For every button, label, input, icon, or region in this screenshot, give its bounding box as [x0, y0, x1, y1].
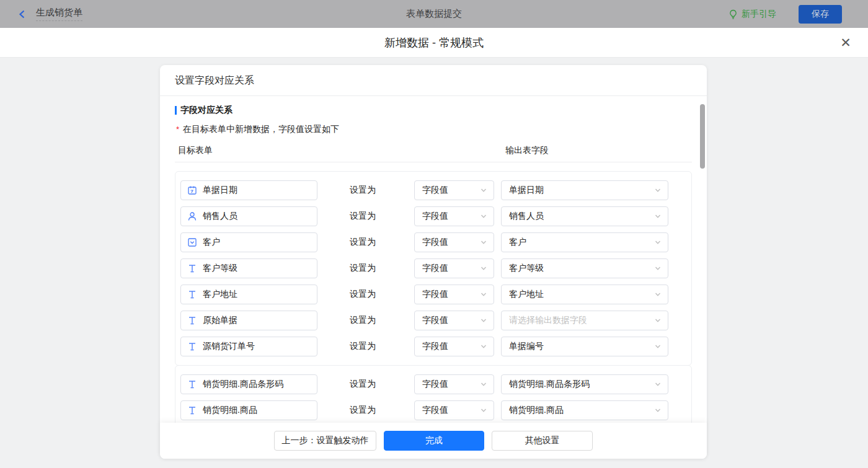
target-field: 客户地址	[180, 285, 317, 304]
user-icon	[187, 211, 197, 221]
target-field-label: 原始单据	[203, 315, 237, 326]
target-field: 销售人员	[180, 206, 317, 226]
panel-footer: 上一步：设置触发动作 完成 其他设置	[160, 423, 707, 459]
output-field-value: 单据日期	[509, 185, 544, 196]
target-field-label: 客户地址	[203, 289, 237, 300]
save-button[interactable]: 保存	[799, 5, 842, 24]
field-mapping-row: 客户 设置为 字段值 客户	[180, 232, 686, 252]
value-mode-value: 字段值	[422, 289, 448, 300]
chevron-down-icon	[654, 265, 662, 272]
set-as-label: 设置为	[350, 211, 376, 222]
chevron-down-icon	[480, 407, 487, 414]
chevron-down-icon	[480, 343, 487, 350]
value-mode-value: 字段值	[422, 379, 448, 390]
previous-step-button[interactable]: 上一步：设置触发动作	[274, 431, 376, 451]
other-settings-button[interactable]: 其他设置	[492, 431, 593, 451]
value-mode-value: 字段值	[422, 263, 448, 274]
text-icon	[187, 289, 197, 299]
beginner-guide-label: 新手引导	[742, 9, 776, 20]
value-mode-select[interactable]: 字段值	[414, 374, 494, 394]
target-field: 单据日期	[180, 180, 317, 200]
select-icon	[187, 237, 197, 247]
section-title: 字段对应关系	[180, 105, 232, 116]
beginner-guide-link[interactable]: 新手引导	[728, 9, 776, 20]
field-mapping-row: 单据日期 设置为 字段值 单据日期	[180, 180, 686, 200]
chevron-down-icon	[480, 317, 487, 324]
text-icon	[187, 342, 197, 351]
output-field-value: 销售人员	[509, 211, 544, 222]
output-field-value: 销货明细.商品	[509, 405, 564, 416]
column-header-target: 目标表单	[178, 145, 213, 156]
set-as-label: 设置为	[350, 379, 376, 390]
target-field: 销货明细.商品条形码	[180, 374, 317, 394]
done-button[interactable]: 完成	[384, 431, 484, 451]
value-mode-select[interactable]: 字段值	[414, 258, 494, 278]
calendar-icon	[187, 185, 197, 195]
target-field: 销货明细.商品	[180, 400, 317, 420]
set-as-label: 设置为	[350, 237, 376, 248]
value-mode-select[interactable]: 字段值	[414, 337, 494, 356]
scrollbar-thumb[interactable]	[700, 104, 705, 169]
output-field-select[interactable]: 请选择输出数据字段	[501, 311, 668, 330]
value-mode-select[interactable]: 字段值	[414, 285, 494, 304]
field-mapping-panel: 设置字段对应关系 字段对应关系 * 在目标表单中新增数据，字段值设置如下 目标表…	[160, 65, 707, 459]
close-icon[interactable]: ✕	[838, 35, 853, 50]
output-field-value: 客户地址	[509, 289, 544, 300]
section-description: 在目标表单中新增数据，字段值设置如下	[183, 124, 339, 135]
target-field-label: 销售人员	[203, 211, 237, 222]
output-field-value: 请选择输出数据字段	[509, 315, 587, 326]
top-bar: 生成销货单 表单数据提交 新手引导 保存	[0, 0, 868, 28]
output-field-select[interactable]: 单据编号	[501, 337, 668, 356]
value-mode-value: 字段值	[422, 405, 448, 416]
value-mode-select[interactable]: 字段值	[414, 311, 494, 330]
set-as-label: 设置为	[350, 405, 376, 416]
output-field-select[interactable]: 客户等级	[501, 258, 668, 278]
value-mode-value: 字段值	[422, 185, 448, 196]
panel-header: 设置字段对应关系	[160, 65, 707, 96]
value-mode-select[interactable]: 字段值	[414, 232, 494, 252]
text-icon	[187, 405, 197, 415]
target-field-label: 销货明细.商品条形码	[203, 379, 283, 390]
text-icon	[187, 379, 197, 389]
field-mapping-row: 销售人员 设置为 字段值 销售人员	[180, 206, 686, 226]
target-field: 原始单据	[180, 311, 317, 330]
target-field-label: 客户	[203, 237, 220, 248]
target-field-label: 客户等级	[203, 263, 237, 274]
value-mode-value: 字段值	[422, 211, 448, 222]
required-mark: *	[176, 124, 179, 135]
field-mapping-row: 原始单据 设置为 字段值 请选择输出数据字段	[180, 311, 686, 330]
set-as-label: 设置为	[350, 315, 376, 326]
field-mapping-row: 源销货订单号 设置为 字段值 单据编号	[180, 337, 686, 356]
target-field: 客户等级	[180, 258, 317, 278]
set-as-label: 设置为	[350, 263, 376, 274]
chevron-down-icon	[480, 239, 487, 246]
value-mode-select[interactable]: 字段值	[414, 400, 494, 420]
output-field-select[interactable]: 客户地址	[501, 285, 668, 304]
screen: 生成销货单 表单数据提交 新手引导 保存 新增数据 - 常规模式 ✕ 设置字段对…	[0, 0, 868, 468]
chevron-down-icon	[654, 317, 662, 324]
modal-header: 新增数据 - 常规模式 ✕	[0, 28, 868, 58]
lightbulb-icon	[728, 9, 738, 19]
set-as-label: 设置为	[350, 289, 376, 300]
output-field-select[interactable]: 单据日期	[501, 180, 668, 200]
value-mode-value: 字段值	[422, 341, 448, 352]
chevron-down-icon	[480, 381, 487, 388]
output-field-select[interactable]: 销售人员	[501, 206, 668, 226]
value-mode-select[interactable]: 字段值	[414, 180, 494, 200]
column-headers: 目标表单 输出表字段	[175, 144, 692, 162]
output-field-select[interactable]: 销货明细.商品条形码	[501, 374, 668, 394]
value-mode-select[interactable]: 字段值	[414, 206, 494, 226]
chevron-down-icon	[480, 265, 487, 272]
field-mapping-row: 销货明细.商品条形码 设置为 字段值 销货明细.商品条形码	[180, 374, 686, 394]
chevron-down-icon	[654, 187, 662, 194]
output-field-select[interactable]: 销货明细.商品	[501, 400, 668, 420]
target-field: 源销货订单号	[180, 337, 317, 356]
chevron-down-icon	[480, 291, 487, 298]
chevron-down-icon	[654, 239, 662, 246]
chevron-down-icon	[654, 343, 662, 350]
target-field-label: 单据日期	[203, 185, 237, 196]
output-field-select[interactable]: 客户	[501, 232, 668, 252]
mapping-groups: 单据日期 设置为 字段值 单据日期 销售人员 设置为 字段值 销售人员 客户	[175, 171, 692, 423]
set-as-label: 设置为	[350, 185, 376, 196]
field-group: 单据日期 设置为 字段值 单据日期 销售人员 设置为 字段值 销售人员 客户	[175, 171, 692, 366]
